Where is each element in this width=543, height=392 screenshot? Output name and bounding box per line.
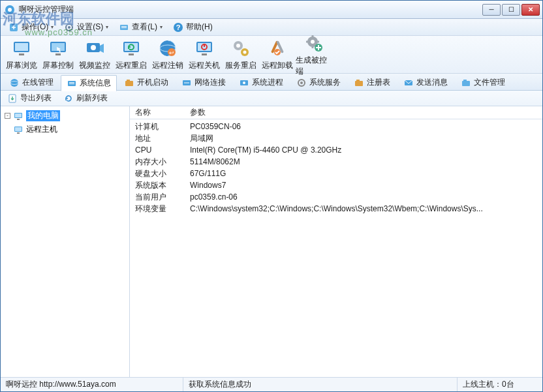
export-list-button[interactable]: 导出列表 [5,91,54,105]
svg-rect-46 [127,80,130,82]
system-info-icon [67,78,77,89]
status-host-count: 上线主机：0台 [458,378,542,391]
tab-registry[interactable]: 注册表 [348,74,396,91]
svg-point-51 [300,82,303,84]
remote-shutdown-label: 远程关机 [189,60,220,71]
close-button[interactable]: ✕ [521,4,540,16]
svg-rect-15 [55,53,61,55]
info-row[interactable]: 地址局域网 [130,132,542,144]
toggle-icon[interactable]: - [5,113,10,119]
window-title: 啊呀远控管理端 [19,4,482,15]
svg-rect-7 [121,27,127,28]
remote-shutdown-button[interactable]: 远程关机 [186,37,223,72]
menu-settings[interactable]: 设置(S)▾ [60,20,112,34]
remote-restart-button[interactable]: 远程重启 [113,37,149,72]
tree-item-remote-host[interactable]: 远程主机 [11,123,128,136]
gear-icon [64,22,74,33]
info-row[interactable]: 系统版本Windows7 [130,179,542,191]
info-row[interactable]: CPUIntel(R) Core(TM) i5-4460 CPU @ 3.20G… [130,144,542,156]
tab-sys-process[interactable]: 系统进程 [233,74,289,91]
remote-unload-button[interactable]: 远程卸载 [259,37,296,72]
row-value: PC0359CN-06 [190,121,542,132]
statusbar: 啊呀远控 http://www.51aya.com 获取系统信息成功 上线主机：… [1,377,542,391]
tab-file-manage[interactable]: 文件管理 [455,74,511,91]
video-monitor-label: 视频监控 [79,60,110,71]
refresh-icon [63,93,74,104]
video-monitor-button[interactable]: 视频监控 [76,37,113,72]
menu-view[interactable]: 查看(L)▾ [115,20,166,34]
screen-control-button[interactable]: 屏幕控制 [40,37,76,72]
screen-control-icon [48,38,69,59]
row-value: 5114M/8062M [190,156,542,168]
remote-restart-label: 远程重启 [116,60,147,71]
status-msg: 获取系统信息成功 [183,378,458,391]
registry-icon [354,78,364,88]
svg-rect-29 [202,53,207,55]
tab-system-info[interactable]: 系统信息 [61,75,117,91]
menu-operate[interactable]: 操作(O)▾ [5,20,57,34]
detail-panel: 名称 参数 计算机PC0359CN-06地址局域网CPUIntel(R) Cor… [130,106,542,377]
svg-rect-20 [129,53,134,55]
tree-item-label: 远程主机 [26,124,57,135]
row-name: 当前用户 [130,191,190,203]
svg-point-49 [243,82,245,84]
screen-browse-button[interactable]: 屏幕浏览 [3,37,40,72]
info-row[interactable]: 内存大小5114M/8062M [130,156,542,168]
info-row[interactable]: 计算机PC0359CN-06 [130,121,542,132]
remote-logout-button[interactable]: ↩远程注销 [149,37,186,72]
row-name: CPU [130,144,190,156]
tab-sys-service-label: 系统服务 [309,77,341,88]
svg-rect-59 [15,113,22,117]
service-restart-button[interactable]: 服务重启 [223,37,259,72]
menu-help[interactable]: ? 帮助(H) [169,20,217,34]
svg-text:?: ? [176,23,181,31]
remote-unload-label: 远程卸载 [262,60,293,71]
tab-boot-start[interactable]: 开机启动 [118,74,174,91]
maximize-button[interactable]: ☐ [502,4,520,16]
svg-rect-53 [356,80,360,82]
tab-send-message[interactable]: 发送消息 [397,74,454,91]
row-name: 系统版本 [130,179,190,191]
svg-rect-12 [19,53,24,55]
row-value: Intel(R) Core(TM) i5-4460 CPU @ 3.20GHz [190,144,542,156]
info-row[interactable]: 当前用户pc0359.cn-06 [130,191,542,203]
tab-net-connect[interactable]: 网络连接 [176,74,232,91]
col-name[interactable]: 名称 [130,107,190,118]
svg-point-40 [10,79,18,87]
screen-browse-label: 屏幕浏览 [6,60,37,71]
svg-rect-6 [121,26,127,27]
svg-point-1 [8,8,12,12]
menubar: 操作(O)▾ 设置(S)▾ 查看(L)▾ ? 帮助(H) [1,19,542,36]
row-value: 67G/111G [190,168,542,179]
generate-client-label: 生成被控端 [296,55,332,77]
row-value: Windows7 [190,179,542,191]
panel-rows: 计算机PC0359CN-06地址局域网CPUIntel(R) Core(TM) … [130,119,542,377]
tree-item-my-computer[interactable]: -我的电脑 [11,109,128,123]
net-connect-icon [181,78,192,88]
row-name: 内存大小 [130,156,190,168]
col-param[interactable]: 参数 [190,107,542,118]
generate-client-button[interactable]: 生成被控端 [296,31,332,78]
info-row[interactable]: 硬盘大小67G/111G [130,168,542,179]
remote-shutdown-icon [194,38,215,59]
boot-start-icon [124,78,134,88]
row-value: C:\Windows\system32;C:\Windows;C:\Window… [190,203,542,215]
refresh-list-button[interactable]: 刷新列表 [61,91,110,105]
row-name: 计算机 [130,121,190,132]
sys-service-icon [296,78,307,88]
menu-view-label: 查看(L) [132,22,157,33]
svg-point-33 [243,51,247,54]
info-row[interactable]: 环境变量C:\Windows\system32;C:\Windows;C:\Wi… [130,203,542,215]
refresh-list-label: 刷新列表 [76,93,108,104]
svg-point-31 [236,44,240,48]
minimize-button[interactable]: ─ [482,4,501,16]
svg-point-4 [68,26,70,29]
tab-boot-start-label: 开机启动 [137,77,168,88]
svg-rect-43 [69,82,74,83]
tab-online-manage[interactable]: 在线管理 [3,74,59,91]
help-icon: ? [173,22,183,33]
screen-browse-icon [11,38,32,59]
svg-point-17 [91,45,96,50]
svg-rect-45 [125,81,133,86]
sys-process-icon [239,78,249,88]
